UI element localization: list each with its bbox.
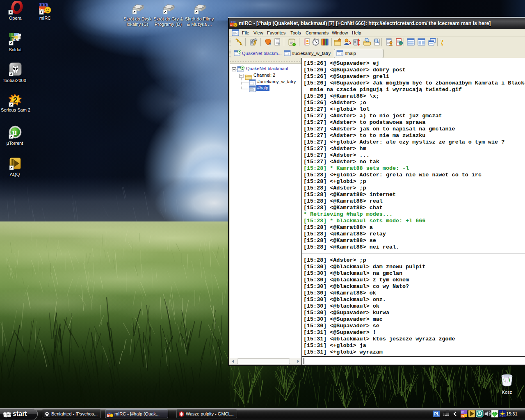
- svg-text:#: #: [278, 42, 280, 46]
- svg-text:2: 2: [13, 96, 18, 104]
- svg-text:PL: PL: [434, 412, 440, 416]
- svg-text:#: #: [269, 41, 271, 46]
- svg-text:?: ?: [441, 39, 444, 45]
